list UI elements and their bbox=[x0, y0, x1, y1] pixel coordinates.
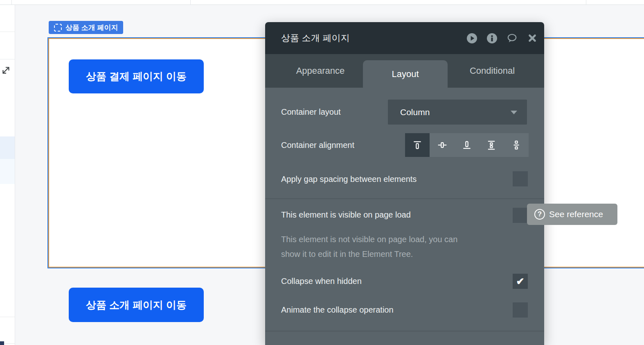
go-to-payment-page-button[interactable]: 상품 결제 페이지 이동 bbox=[69, 59, 204, 93]
panel-header-icons bbox=[466, 33, 544, 44]
container-layout-dropdown[interactable]: Column bbox=[388, 100, 527, 125]
sidebar-divider bbox=[0, 32, 15, 32]
space-around-icon[interactable] bbox=[504, 133, 529, 157]
container-alignment-options bbox=[405, 133, 529, 157]
container-layout-value: Column bbox=[388, 107, 430, 117]
ruler-tick bbox=[190, 0, 191, 5]
container-layout-label: Container layout bbox=[281, 107, 341, 117]
gap-spacing-checkbox[interactable]: ✔ bbox=[513, 171, 528, 186]
question-mark-icon: ? bbox=[534, 209, 545, 220]
selected-element-badge[interactable]: 상품 소개 페이지 bbox=[49, 21, 123, 34]
panel-title: 상품 소개 페이지 bbox=[265, 32, 350, 44]
not-visible-note: This element is not visible on page load… bbox=[281, 232, 477, 261]
go-to-intro-page-button[interactable]: 상품 소개 페이지 이동 bbox=[69, 288, 204, 322]
selected-element-label: 상품 소개 페이지 bbox=[65, 23, 118, 32]
panel-tabbar: Appearance Layout Conditional bbox=[265, 54, 544, 88]
group-element-icon bbox=[54, 24, 62, 32]
container-alignment-label: Container alignment bbox=[281, 141, 354, 150]
collapse-when-hidden-label: Collapse when hidden bbox=[281, 277, 362, 286]
sidebar-highlight-cell bbox=[0, 136, 15, 159]
align-center-icon[interactable] bbox=[430, 133, 454, 157]
bottom-left-chip bbox=[0, 341, 4, 345]
comment-icon[interactable] bbox=[507, 33, 518, 44]
animate-collapse-checkbox[interactable]: ✔ bbox=[513, 302, 528, 318]
panel-header: 상품 소개 페이지 bbox=[265, 22, 544, 54]
sidebar-highlight-cell bbox=[0, 159, 15, 184]
play-icon[interactable] bbox=[466, 33, 477, 44]
ruler-tick bbox=[586, 0, 586, 5]
visible-on-load-label: This element is visible on page load bbox=[281, 210, 411, 220]
info-icon[interactable] bbox=[486, 33, 498, 44]
animate-collapse-label: Animate the collapse operation bbox=[281, 305, 394, 315]
sidebar-divider bbox=[0, 317, 15, 317]
tab-conditional[interactable]: Conditional bbox=[453, 54, 531, 88]
visible-on-load-checkbox[interactable]: ✔ bbox=[513, 208, 528, 223]
ruler-top bbox=[0, 0, 644, 5]
collapse-when-hidden-checkbox[interactable]: ✔ bbox=[513, 274, 528, 289]
see-reference-label: See reference bbox=[549, 209, 603, 219]
property-editor-panel: 상품 소개 페이지 bbox=[265, 22, 544, 345]
see-reference-button[interactable]: ? See reference bbox=[527, 204, 617, 225]
tab-appearance[interactable]: Appearance bbox=[281, 54, 359, 88]
left-ruler-sidebar bbox=[0, 5, 15, 345]
sidebar-divider bbox=[0, 59, 15, 59]
chevron-down-icon bbox=[511, 111, 517, 114]
close-icon[interactable] bbox=[527, 33, 538, 44]
section-divider bbox=[265, 331, 544, 331]
align-top-icon[interactable] bbox=[405, 133, 430, 157]
bubble-editor-stage: 상품 소개 페이지 상품 결제 페이지 이동 상품 소개 페이지 이동 상품 소… bbox=[0, 0, 644, 345]
ruler-tick bbox=[11, 0, 12, 5]
section-divider bbox=[265, 198, 544, 199]
gap-spacing-label: Apply gap spacing between elements bbox=[281, 175, 417, 184]
expand-diagonal-arrow-icon[interactable] bbox=[1, 65, 11, 75]
panel-body-layout-tab: Container layout Column Container alignm… bbox=[265, 88, 544, 345]
tab-layout[interactable]: Layout bbox=[363, 60, 448, 88]
space-between-icon[interactable] bbox=[479, 133, 504, 157]
align-bottom-icon[interactable] bbox=[455, 133, 479, 157]
